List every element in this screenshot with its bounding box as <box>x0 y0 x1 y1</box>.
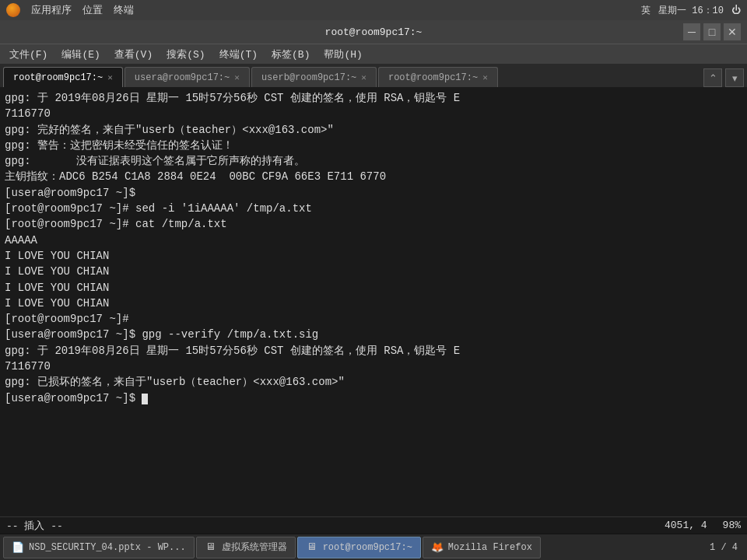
taskbar-label-2: root@room9pc17:~ <box>323 542 412 553</box>
terminal-line: [root@room9pc17 ~]# <box>5 311 742 327</box>
maximize-button[interactable]: □ <box>703 23 721 40</box>
terminal-line: [root@room9pc17 ~]# cat /tmp/a.txt <box>5 216 742 232</box>
taskbar-item-0[interactable]: 📄 NSD_SECURITY_04.pptx - WP... <box>3 537 195 558</box>
menu-edit[interactable]: 编辑(E) <box>55 46 106 63</box>
taskbar-label-3: Mozilla Firefox <box>448 542 532 553</box>
tab-0-label: root@room9pc17:~ <box>13 72 103 83</box>
terminal-line: 7116770 <box>5 359 742 374</box>
taskbar-label-0: NSD_SECURITY_04.pptx - WP... <box>29 542 186 553</box>
tab-bar: root@room9pc17:~ ✕ usera@room9pc17:~ ✕ u… <box>0 64 747 87</box>
menu-view[interactable]: 查看(V) <box>108 46 159 63</box>
terminal-line: 主钥指纹：ADC6 B254 C1A8 2884 0E24 00BC CF9A … <box>5 169 742 184</box>
tab-scroll-up[interactable]: ⌃ <box>703 68 722 87</box>
tab-1[interactable]: usera@room9pc17:~ ✕ <box>124 67 250 87</box>
tab-0-close[interactable]: ✕ <box>107 72 113 82</box>
vim-mode: -- 插入 -- <box>6 519 63 533</box>
tab-1-label: usera@room9pc17:~ <box>135 72 230 83</box>
apps-menu[interactable]: 应用程序 <box>31 3 72 17</box>
terminal-line: gpg: 已损坏的签名，来自于"userb（teacher）<xxx@163.c… <box>5 374 742 390</box>
cursor-position: 4051, 4 <box>665 520 707 531</box>
window-controls: ─ □ ✕ <box>683 23 741 40</box>
taskbar-icon-1: 🖥 <box>205 541 217 554</box>
tab-3-close[interactable]: ✕ <box>482 72 488 82</box>
menu-terminal[interactable]: 终端(T) <box>213 46 264 63</box>
tab-2-close[interactable]: ✕ <box>361 72 366 82</box>
terminal-line: [root@room9pc17 ~]# sed -i '1iAAAAA' /tm… <box>5 201 742 216</box>
taskbar-label-1: 虚拟系统管理器 <box>222 541 287 554</box>
apps-icon <box>6 3 20 17</box>
terminal-line: [usera@room9pc17 ~]$ <box>5 185 742 201</box>
terminal-line: 7116770 <box>5 106 742 121</box>
status-right: 4051, 4 98% <box>665 520 741 531</box>
status-bar: -- 插入 -- 4051, 4 98% <box>0 516 747 534</box>
tab-0[interactable]: root@room9pc17:~ ✕ <box>3 67 123 87</box>
close-button[interactable]: ✕ <box>724 23 741 40</box>
taskbar: 📄 NSD_SECURITY_04.pptx - WP... 🖥 虚拟系统管理器… <box>0 534 747 560</box>
system-bar-left: 应用程序 位置 终端 <box>6 3 134 17</box>
terminal-cursor <box>142 394 148 404</box>
tab-dropdown[interactable]: ▾ <box>725 68 744 87</box>
menu-tabs[interactable]: 标签(B) <box>265 46 316 63</box>
terminal-line: I LOVE YOU CHIAN <box>5 264 742 279</box>
taskbar-item-2[interactable]: 🖥 root@room9pc17:~ <box>297 537 421 558</box>
system-bar: 应用程序 位置 终端 英 星期一 16：10 ⏻ <box>0 0 747 20</box>
system-bar-right: 英 星期一 16：10 ⏻ <box>641 4 741 17</box>
menu-bar: 文件(F) 编辑(E) 查看(V) 搜索(S) 终端(T) 标签(B) 帮助(H… <box>0 44 747 64</box>
language-indicator: 英 <box>641 4 651 17</box>
taskbar-page-info: 1 / 4 <box>703 542 744 553</box>
taskbar-icon-3: 🦊 <box>431 541 444 554</box>
window-title: root@room9pc17:~ <box>325 26 423 38</box>
datetime-display: 星期一 16：10 <box>658 4 724 17</box>
location-menu[interactable]: 位置 <box>82 3 103 17</box>
scroll-percent: 98% <box>723 520 741 531</box>
tab-3[interactable]: root@room9pc17:~ ✕ <box>378 67 498 87</box>
terminal-line: gpg: 警告：这把密钥未经受信任的签名认证！ <box>5 138 742 153</box>
terminal-line: gpg: 于 2019年08月26日 星期一 15时57分56秒 CST 创建的… <box>5 343 742 359</box>
menu-search[interactable]: 搜索(S) <box>160 46 211 63</box>
menu-help[interactable]: 帮助(H) <box>317 46 368 63</box>
taskbar-icon-2: 🖥 <box>306 541 318 554</box>
tab-bar-actions: ⌃ ▾ <box>703 68 744 87</box>
terminal-menu[interactable]: 终端 <box>114 3 134 17</box>
taskbar-item-1[interactable]: 🖥 虚拟系统管理器 <box>196 537 296 558</box>
power-icon[interactable]: ⏻ <box>731 5 741 16</box>
minimize-button[interactable]: ─ <box>683 23 700 40</box>
tab-1-close[interactable]: ✕ <box>234 72 240 82</box>
terminal-line: [usera@room9pc17 ~]$ <box>5 390 742 406</box>
terminal-line: [usera@room9pc17 ~]$ gpg --verify /tmp/a… <box>5 327 742 342</box>
terminal-line: I LOVE YOU CHIAN <box>5 248 742 264</box>
tab-2[interactable]: userb@room9pc17:~ ✕ <box>251 67 377 87</box>
terminal-line: I LOVE YOU CHIAN <box>5 296 742 311</box>
tab-2-label: userb@room9pc17:~ <box>261 72 356 83</box>
title-bar: root@room9pc17:~ ─ □ ✕ <box>0 20 747 44</box>
tab-3-label: root@room9pc17:~ <box>388 72 478 83</box>
terminal-line: gpg: 于 2019年08月26日 星期一 15时57分56秒 CST 创建的… <box>5 90 742 106</box>
terminal-line: gpg: 没有证据表明这个签名属于它所声称的持有者。 <box>5 153 742 169</box>
menu-file[interactable]: 文件(F) <box>3 46 54 63</box>
terminal-line: gpg: 完好的签名，来自于"userb（teacher）<xxx@163.co… <box>5 122 742 138</box>
page-count: 1 / 4 <box>710 542 738 553</box>
taskbar-item-3[interactable]: 🦊 Mozilla Firefox <box>423 537 541 558</box>
terminal-line: I LOVE YOU CHIAN <box>5 280 742 296</box>
terminal-line: AAAAA <box>5 233 742 248</box>
terminal-area[interactable]: gpg: 于 2019年08月26日 星期一 15时57分56秒 CST 创建的… <box>0 87 747 516</box>
taskbar-icon-0: 📄 <box>12 541 24 554</box>
